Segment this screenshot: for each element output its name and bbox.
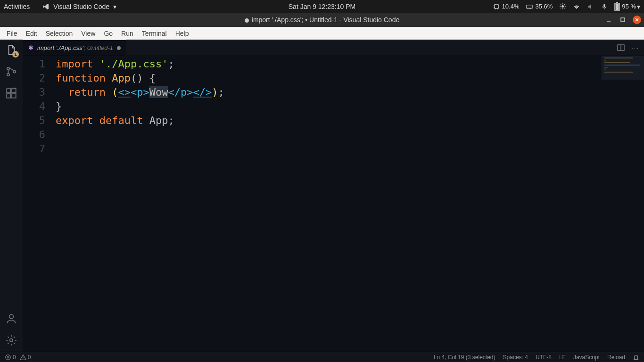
svg-point-7 [7,67,9,70]
file-asterisk-icon: ✱ [28,44,33,51]
status-bar: 0 0 Ln 4, Col 19 (3 selected) Spaces: 4 … [0,352,644,362]
close-button[interactable] [633,16,641,24]
menu-bar: File Edit Selection View Go Run Terminal… [0,27,644,40]
line-gutter: 1 2 3 4 5 6 7 [23,57,56,352]
clock[interactable]: Sat Jan 9 12:23:10 PM [289,3,355,10]
memory-icon [526,3,533,10]
svg-rect-12 [12,94,16,98]
memory-indicator[interactable]: 35.6% [526,3,553,10]
tab-label: import './App.css'; Untitled-1 [37,44,113,51]
svg-rect-5 [616,4,619,10]
reload-button[interactable]: Reload [607,354,625,361]
window-title-bar: import './App.css'; • Untitled-1 - Visua… [0,13,644,27]
activities-button[interactable]: Activities [4,3,30,10]
more-actions-icon[interactable]: ··· [631,44,639,51]
cpu-indicator[interactable]: 10.4% [493,3,520,10]
error-icon [5,354,11,361]
svg-point-9 [13,70,16,73]
editor-tab[interactable]: ✱ import './App.css'; Untitled-1 [23,40,126,56]
explorer-icon[interactable]: 1 [5,43,18,57]
svg-point-14 [9,314,14,319]
chevron-down-icon: ▾ [637,3,640,10]
extensions-icon[interactable] [5,87,18,100]
split-editor-icon[interactable] [617,44,625,51]
battery-indicator[interactable]: 95 % ▾ [614,2,640,11]
language-mode[interactable]: JavaScript [573,354,600,361]
vscode-icon [42,3,50,10]
wifi-icon[interactable] [573,3,580,10]
menu-go[interactable]: Go [100,29,116,38]
menu-help[interactable]: Help [172,29,193,38]
brightness-icon[interactable] [559,3,566,10]
app-menu[interactable]: Visual Studio Code ▾ [42,3,116,10]
warnings-indicator[interactable]: 0 [20,354,31,361]
svg-rect-13 [12,88,16,92]
battery-icon [614,2,620,11]
svg-rect-1 [527,5,532,8]
desktop-top-bar: Activities Visual Studio Code ▾ Sat Jan … [0,0,644,13]
svg-point-15 [10,339,13,342]
warning-icon [20,354,26,361]
accounts-icon[interactable] [5,312,18,325]
minimize-button[interactable] [604,16,613,24]
svg-rect-0 [495,5,498,8]
svg-rect-6 [621,18,625,22]
code-editor[interactable]: 1 2 3 4 5 6 7 import './App.css';functio… [23,56,644,352]
microphone-icon[interactable] [601,3,608,10]
code-content[interactable]: import './App.css';function App() { retu… [56,57,644,352]
menu-selection[interactable]: Selection [42,29,77,38]
svg-rect-10 [7,89,11,93]
dirty-indicator-icon [245,18,249,23]
chevron-down-icon: ▾ [113,3,116,10]
errors-indicator[interactable]: 0 [5,354,16,361]
tab-dirty-icon [117,46,121,50]
svg-point-2 [561,5,564,8]
window-title: import './App.css'; • Untitled-1 - Visua… [252,16,399,24]
svg-rect-11 [7,94,11,98]
menu-run[interactable]: Run [117,29,137,38]
menu-terminal[interactable]: Terminal [138,29,171,38]
menu-file[interactable]: File [3,29,21,38]
encoding[interactable]: UTF-8 [536,354,552,361]
volume-icon[interactable] [587,3,594,10]
maximize-button[interactable] [619,16,627,24]
minimap[interactable] [602,56,644,113]
menu-edit[interactable]: Edit [22,29,41,38]
cursor-position[interactable]: Ln 4, Col 19 (3 selected) [434,354,495,361]
explorer-badge: 1 [12,51,19,58]
source-control-icon[interactable] [5,65,18,78]
activity-bar: 1 [0,40,23,352]
eol[interactable]: LF [559,354,566,361]
settings-gear-icon[interactable] [5,334,18,347]
menu-view[interactable]: View [77,29,99,38]
indentation[interactable]: Spaces: 4 [503,354,528,361]
cpu-icon [493,3,500,10]
svg-point-8 [7,74,9,76]
svg-rect-4 [616,2,618,3]
notifications-icon[interactable] [633,354,639,361]
editor-tabs: ✱ import './App.css'; Untitled-1 ··· [23,40,644,56]
